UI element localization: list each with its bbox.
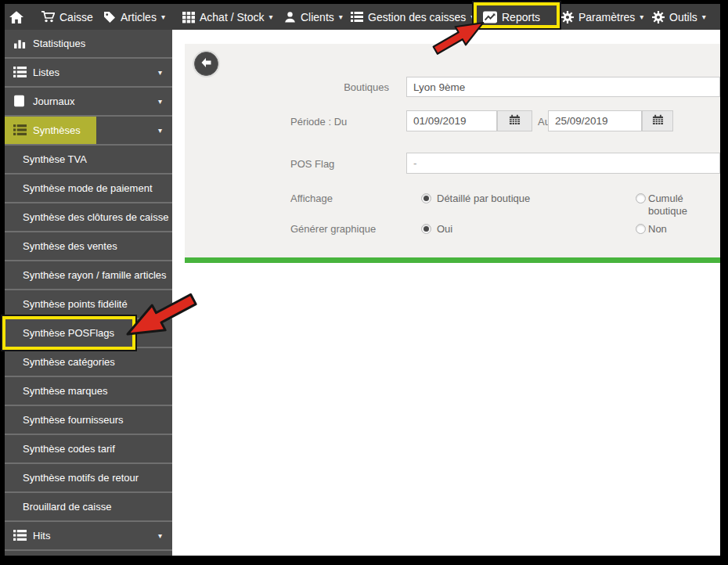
chevron-down-icon: ▾: [470, 13, 474, 21]
sidebar-item-synthese-fournisseurs[interactable]: Synthèse fournisseurs: [5, 406, 172, 435]
grid-icon: [182, 11, 195, 23]
sidebar-item-synthese-mode-paiement[interactable]: Synthèse mode de paiement: [5, 175, 172, 203]
list-icon: [13, 529, 27, 542]
back-button[interactable]: [194, 52, 218, 76]
sidebar-item-synthese-points-fidelite[interactable]: Synthèse points fidélité: [5, 290, 172, 319]
sidebar-item-synthese-tva[interactable]: Synthèse TVA: [5, 146, 172, 175]
chevron-down-icon: ▾: [158, 97, 162, 106]
chevron-down-icon: ▾: [158, 126, 162, 135]
nav-label: Outils: [669, 11, 697, 23]
date-to-calendar-button[interactable]: [642, 110, 673, 131]
sidebar-item-statistiques[interactable]: Statistiques: [5, 30, 172, 59]
list-icon: [13, 124, 27, 137]
periode-label: Période : Du: [290, 116, 347, 128]
nav-label: Articles: [121, 11, 157, 23]
generer-graphique-label: Générer graphique: [290, 223, 376, 236]
nav-label: Clients: [301, 11, 334, 23]
sidebar-item-synthese-posflags[interactable]: Synthèse POSFlags: [5, 319, 172, 348]
nav-caisse[interactable]: Caisse: [41, 4, 93, 30]
user-icon: [284, 11, 296, 23]
calendar-icon: [509, 114, 521, 128]
bar-chart-icon: [13, 37, 27, 50]
radio-label: Détaillé par boutique: [437, 193, 530, 205]
sidebar-item-listes[interactable]: Listes ▾: [5, 59, 172, 88]
nav-label: Paramètres: [578, 11, 635, 23]
posflag-label: POS Flag: [290, 158, 334, 171]
nav-articles[interactable]: Articles ▾: [103, 4, 165, 30]
shopping-cart-icon: [41, 11, 55, 23]
arrow-left-icon: [200, 57, 212, 70]
nav-label: Reports: [502, 11, 540, 23]
nav-label: Caisse: [59, 11, 93, 23]
sidebar-item-synthese-rayon-famille[interactable]: Synthèse rayon / famille articles: [5, 261, 172, 290]
sidebar-item-synthese-categories[interactable]: Synthèse catégories: [5, 348, 172, 377]
date-to-input[interactable]: [548, 110, 642, 131]
sidebar-item-partial: [5, 551, 172, 556]
home-icon: [9, 11, 23, 23]
tag-icon: [103, 11, 116, 23]
file-icon: [13, 95, 27, 108]
top-nav: Caisse Articles ▾ Achat / Stock ▾ Client…: [5, 4, 720, 30]
nav-parametres[interactable]: Paramètres ▾: [561, 4, 643, 30]
date-from-calendar-button[interactable]: [497, 110, 532, 131]
nav-gestion-caisses[interactable]: Gestion des caisses ▾: [351, 4, 474, 30]
chevron-down-icon: ▾: [158, 68, 162, 77]
chevron-down-icon: ▾: [702, 13, 706, 21]
nav-reports[interactable]: Reports: [483, 4, 540, 30]
sidebar-item-hits[interactable]: Hits ▾: [5, 522, 172, 551]
date-from-input[interactable]: [406, 110, 497, 131]
posflag-input[interactable]: [406, 153, 720, 174]
sidebar-item-brouillard-caisse[interactable]: Brouillard de caisse: [5, 493, 172, 522]
radio-oui[interactable]: [421, 224, 431, 234]
radio-label: Non: [648, 223, 667, 236]
nav-clients[interactable]: Clients ▾: [284, 4, 343, 30]
sidebar-item-synthese-marques[interactable]: Synthèse marques: [5, 377, 172, 406]
sidebar-item-synthese-motifs-retour[interactable]: Synthèse motifs de retour: [5, 464, 172, 493]
boutiques-input[interactable]: [406, 77, 720, 97]
radio-non[interactable]: [636, 224, 646, 234]
chevron-down-icon: ▾: [339, 13, 343, 21]
line-chart-icon: [483, 11, 497, 23]
chevron-down-icon: ▾: [640, 13, 643, 21]
nav-home[interactable]: [9, 4, 23, 30]
chevron-down-icon: ▾: [268, 13, 272, 21]
chevron-down-icon: ▾: [161, 13, 165, 21]
radio-detaille-par-boutique[interactable]: [421, 193, 431, 203]
nav-label: Achat / Stock: [200, 11, 264, 23]
chevron-down-icon: ▾: [158, 531, 162, 540]
sidebar-item-syntheses[interactable]: Synthèses ▾: [5, 117, 172, 146]
main-content: Boutiques Période : Du Au POS Flag Affic…: [172, 30, 720, 556]
sidebar-item-journaux[interactable]: Journaux ▾: [5, 88, 172, 117]
calendar-icon: [652, 114, 664, 128]
nav-outils[interactable]: Outils ▾: [652, 4, 706, 30]
radio-cumule-boutique[interactable]: [636, 193, 646, 203]
nav-achat-stock[interactable]: Achat / Stock ▾: [182, 4, 273, 30]
boutiques-label: Boutiques: [290, 81, 389, 94]
list-icon: [351, 11, 363, 23]
affichage-label: Affichage: [290, 193, 333, 205]
nav-label: Gestion des caisses: [368, 11, 466, 23]
gear-icon: [652, 11, 665, 23]
sidebar-item-synthese-codes-tarif[interactable]: Synthèse codes tarif: [5, 435, 172, 464]
sidebar-item-synthese-clotures[interactable]: Synthèse des clôtures de caisse: [5, 203, 172, 232]
list-icon: [13, 66, 27, 79]
radio-label: Oui: [437, 223, 452, 236]
green-progress-bar: [185, 257, 720, 263]
sidebar-item-synthese-ventes[interactable]: Synthèse des ventes: [5, 232, 172, 261]
gear-icon: [561, 11, 574, 23]
radio-label: Cumulé boutique: [648, 193, 720, 205]
sidebar: Statistiques Listes ▾ Journaux ▾ Synthès…: [5, 30, 172, 556]
